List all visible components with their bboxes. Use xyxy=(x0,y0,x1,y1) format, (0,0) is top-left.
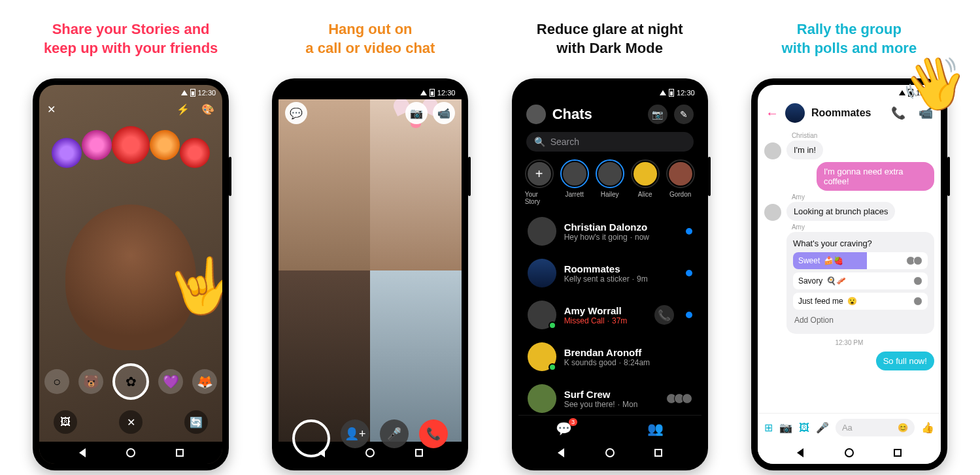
nav-home-icon[interactable] xyxy=(843,447,855,459)
filter-option[interactable]: 🦊 xyxy=(192,369,217,394)
phone-stories: 12:30 ✕ ⚡ 🎨 xyxy=(33,78,229,470)
flash-icon[interactable]: ⚡ xyxy=(177,103,190,116)
video-toggle-button[interactable]: 📹 xyxy=(433,102,455,124)
call-back-button[interactable]: 📞 xyxy=(654,305,674,325)
avatar xyxy=(528,342,556,371)
filter-option-selected[interactable]: ✿ xyxy=(112,363,149,400)
shutter-button[interactable] xyxy=(292,419,330,457)
search-input[interactable]: 🔍 Search xyxy=(526,132,694,152)
chat-row[interactable]: Roommates Kelly sent a sticker · 9m xyxy=(518,252,701,294)
headline-video: Hang out ona call or video chat xyxy=(305,18,435,60)
poll-card[interactable]: What's your craving? Sweet🍰🍓 Savory🍳🥓 Ju… xyxy=(786,232,934,334)
chat-name: Amy Worrall xyxy=(564,305,647,316)
chat-title[interactable]: Roommates xyxy=(811,107,878,119)
camera-viewfinder: 🤟 ○ 🐻 ✿ 💜 🦊 🖼 ✕ 🔄 xyxy=(39,120,222,442)
like-button[interactable]: 👍 xyxy=(921,421,934,434)
nav-back-icon[interactable] xyxy=(555,447,567,459)
chat-row[interactable]: Christian Dalonzo Hey how's it going · n… xyxy=(518,210,701,252)
profile-avatar[interactable] xyxy=(526,105,546,124)
cancel-filter-button[interactable]: ✕ xyxy=(119,410,143,434)
message-bubble[interactable]: Looking at brunch places xyxy=(786,202,896,221)
camera-button[interactable]: 📷 xyxy=(779,421,792,434)
chat-name: Surf Crew xyxy=(564,389,661,400)
battery-icon xyxy=(190,89,195,97)
headline-polls: Rally the groupwith polls and more xyxy=(782,18,917,60)
phone-group-chat: 👋 12:39 ← Roommates 📞 📹 Christian xyxy=(751,78,947,470)
camera-button[interactable]: 📷 xyxy=(405,102,428,124)
message-list[interactable]: Christian I'm in! I'm gonna need extra c… xyxy=(758,127,941,413)
status-bar: 12:30 xyxy=(39,85,222,99)
unread-dot xyxy=(686,312,692,318)
camera-button[interactable]: 📷 xyxy=(648,105,667,124)
story-item[interactable]: Hailey xyxy=(596,159,624,205)
gallery-button[interactable]: 🖼 xyxy=(54,410,77,434)
tab-people[interactable]: 👥 xyxy=(647,421,664,436)
back-button[interactable]: ← xyxy=(766,106,779,121)
emoji-button[interactable]: 😊 xyxy=(898,423,908,433)
add-person-button[interactable]: 👤+ xyxy=(341,419,369,448)
chats-title: Chats xyxy=(552,106,641,123)
chat-button[interactable]: 💬 xyxy=(285,102,307,124)
story-label: Gordon xyxy=(669,191,691,198)
phone-dark-mode: 12:30 Chats 📷 ✎ 🔍 Search + Your Story xyxy=(512,78,708,470)
phone-video-call: 12:30 💬 📷 📹 xyxy=(272,78,468,470)
chat-row[interactable]: Amy Worrall Missed Call · 37m 📞 xyxy=(518,294,701,336)
avatar xyxy=(528,384,556,413)
end-call-button[interactable]: 📞 xyxy=(419,419,448,448)
story-label: Jarrett xyxy=(565,191,583,198)
status-time: 12:30 xyxy=(677,89,695,97)
filter-option[interactable]: 🐻 xyxy=(78,369,103,394)
message-input[interactable]: Aa 😊 xyxy=(836,419,915,436)
flip-camera-button[interactable]: 🔄 xyxy=(184,410,208,434)
close-button[interactable]: ✕ xyxy=(47,103,56,116)
mic-button[interactable]: 🎤 xyxy=(816,421,829,434)
nav-home-icon[interactable] xyxy=(125,447,137,459)
sender-name: Amy xyxy=(792,193,934,201)
chat-list[interactable]: Christian Dalonzo Hey how's it going · n… xyxy=(518,210,701,415)
compose-button[interactable]: ✎ xyxy=(674,105,694,124)
flower-crown-filter xyxy=(46,138,216,210)
video-tile[interactable] xyxy=(279,270,370,442)
story-item[interactable]: Gordon xyxy=(666,159,695,205)
tab-bar: 💬 3 👥 xyxy=(518,415,701,442)
video-tile[interactable] xyxy=(370,99,462,270)
video-tile[interactable] xyxy=(279,99,370,270)
poll-add-option[interactable]: Add Option xyxy=(793,313,928,327)
nav-back-icon[interactable] xyxy=(794,447,806,459)
story-item[interactable]: Alice xyxy=(631,159,660,205)
chat-row[interactable]: Brendan Aronoff K sounds good · 8:24am xyxy=(518,336,701,378)
chat-name: Christian Dalonzo xyxy=(564,221,678,233)
mic-button[interactable]: 🎤 xyxy=(380,419,409,448)
nav-home-icon[interactable] xyxy=(604,447,616,459)
nav-recent-icon[interactable] xyxy=(892,447,904,459)
message-bubble[interactable]: I'm in! xyxy=(786,140,823,159)
signal-icon xyxy=(420,90,427,95)
avatar xyxy=(764,142,781,159)
battery-icon xyxy=(669,89,674,97)
your-story[interactable]: + Your Story xyxy=(525,159,554,205)
palette-icon[interactable]: 🎨 xyxy=(201,103,214,116)
filter-option[interactable]: 💜 xyxy=(158,369,183,394)
story-item[interactable]: Jarrett xyxy=(560,159,589,205)
headline-dark: Reduce glare at nightwith Dark Mode xyxy=(537,18,683,60)
chat-row[interactable]: Surf Crew See you there! · Mon xyxy=(518,378,701,415)
poll-option[interactable]: Just feed me😮 xyxy=(793,293,928,310)
chat-name: Brendan Aronoff xyxy=(564,347,692,358)
wave-emoji: 👋 xyxy=(896,47,972,119)
group-avatar[interactable] xyxy=(785,103,805,123)
nav-recent-icon[interactable] xyxy=(652,447,664,459)
online-dot xyxy=(549,321,556,329)
poll-option[interactable]: Sweet🍰🍓 xyxy=(793,252,928,269)
nav-recent-icon[interactable] xyxy=(174,447,186,459)
tab-chats[interactable]: 💬 3 xyxy=(556,421,572,436)
video-tile[interactable] xyxy=(370,270,462,442)
stories-row[interactable]: + Your Story Jarrett Hailey Alice xyxy=(518,154,701,210)
nav-back-icon[interactable] xyxy=(76,447,88,459)
message-bubble-out[interactable]: So full now! xyxy=(876,352,934,370)
poll-option[interactable]: Savory🍳🥓 xyxy=(793,272,928,289)
gallery-button[interactable]: 🖼 xyxy=(799,422,809,434)
message-bubble-out[interactable]: I'm gonna need extra coffee! xyxy=(817,162,934,191)
filter-option[interactable]: ○ xyxy=(44,369,69,394)
apps-button[interactable]: ⊞ xyxy=(764,421,773,434)
filter-carousel[interactable]: ○ 🐻 ✿ 💜 🦊 xyxy=(39,363,222,400)
